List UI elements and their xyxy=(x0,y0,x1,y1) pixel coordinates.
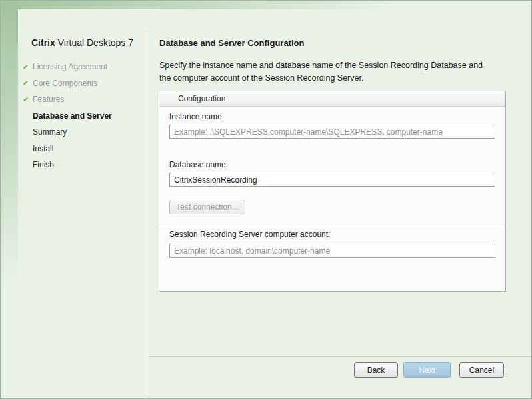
check-icon: ✔ xyxy=(23,95,33,104)
groupbox-title: Configuration xyxy=(178,94,225,103)
page-description: Specify the instance name and database n… xyxy=(159,59,494,85)
left-gradient-band xyxy=(1,1,18,398)
step-features: ✔ Features xyxy=(23,91,112,108)
test-connection-button[interactable]: Test connection... xyxy=(169,200,245,214)
server-account-label: Session Recording Server computer accoun… xyxy=(169,230,330,239)
groupbox-header: Configuration xyxy=(159,91,505,107)
back-button[interactable]: Back xyxy=(354,362,398,378)
top-gradient-band xyxy=(1,1,531,9)
sidebar-separator xyxy=(149,31,149,398)
step-label: Core Components xyxy=(33,79,97,88)
cancel-button[interactable]: Cancel xyxy=(459,362,504,378)
step-label: Features xyxy=(33,95,64,104)
step-label: Install xyxy=(33,144,53,153)
step-install: Install xyxy=(23,141,112,157)
page-title: Database and Server Configuration xyxy=(159,38,304,48)
brand-title: Citrix Virtual Desktops 7 xyxy=(31,37,133,48)
instance-name-label: Instance name: xyxy=(169,112,224,121)
step-label: Database and Server xyxy=(33,111,112,121)
instance-name-input[interactable] xyxy=(169,125,495,139)
step-finish: Finish xyxy=(23,157,112,173)
step-licensing-agreement: ✔ Licensing Agreement xyxy=(23,59,112,75)
product-name: Virtual Desktops 7 xyxy=(55,37,133,48)
check-icon: ✔ xyxy=(23,79,33,87)
step-summary: Summary xyxy=(23,124,112,141)
groupbox-divider xyxy=(159,224,505,224)
next-button[interactable]: Next xyxy=(403,362,451,378)
step-label: Finish xyxy=(33,160,54,169)
step-database-and-server: Database and Server xyxy=(23,108,112,125)
configuration-groupbox: Configuration Instance name: Database na… xyxy=(159,91,506,292)
step-core-components: ✔ Core Components xyxy=(23,75,112,92)
brand-name: Citrix xyxy=(31,37,55,48)
server-account-input[interactable] xyxy=(169,244,495,258)
wizard-window: Citrix Virtual Desktops 7 ✔ Licensing Ag… xyxy=(0,0,532,399)
database-name-label: Database name: xyxy=(169,160,228,169)
database-name-input[interactable] xyxy=(169,173,495,187)
footer-divider xyxy=(149,356,531,357)
step-label: Summary xyxy=(33,127,67,137)
step-label: Licensing Agreement xyxy=(33,62,107,71)
wizard-steps: ✔ Licensing Agreement ✔ Core Components … xyxy=(23,59,112,173)
check-icon: ✔ xyxy=(23,63,33,71)
